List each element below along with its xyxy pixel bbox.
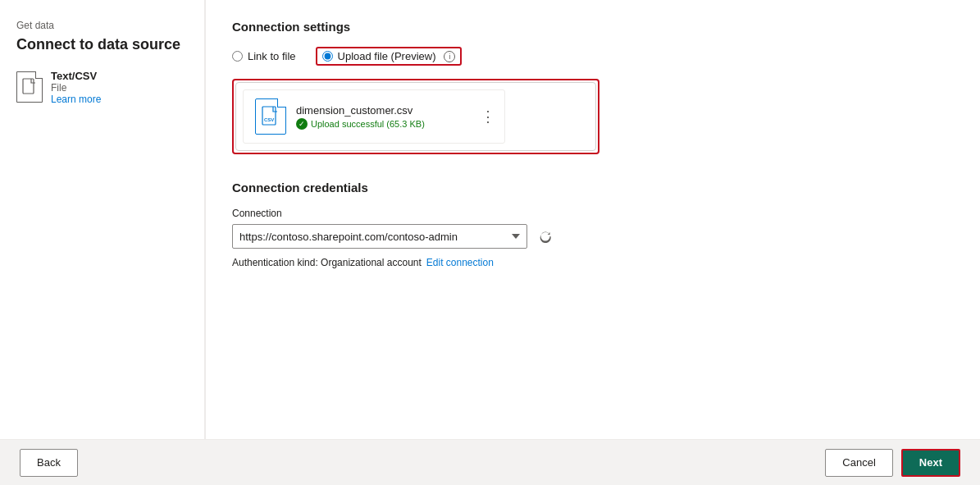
connection-field-label: Connection: [232, 208, 954, 219]
sidebar: Get data Connect to data source Text/CSV…: [0, 0, 205, 439]
back-button[interactable]: Back: [20, 449, 78, 477]
file-card: CSV dimension_customer.csv ✓ Upload succ…: [243, 89, 505, 144]
connection-dropdown[interactable]: https://contoso.sharepoint.com/contoso-a…: [232, 224, 527, 249]
page-title: Connect to data source: [16, 36, 188, 53]
link-to-file-option[interactable]: Link to file: [232, 50, 296, 62]
main-panel: Connection settings Link to file Upload …: [206, 0, 980, 439]
upload-file-radio[interactable]: [322, 51, 333, 62]
more-options-button[interactable]: ⋮: [481, 109, 496, 124]
file-card-container: CSV dimension_customer.csv ✓ Upload succ…: [232, 79, 599, 154]
learn-more-link[interactable]: Learn more: [51, 94, 101, 105]
breadcrumb: Get data: [16, 20, 188, 31]
source-name: Text/CSV: [51, 70, 101, 82]
link-to-file-radio[interactable]: [232, 51, 243, 62]
link-to-file-label: Link to file: [248, 50, 296, 62]
svg-rect-0: [23, 79, 34, 94]
svg-text:CSV: CSV: [264, 117, 274, 122]
csv-file-icon: [16, 71, 43, 103]
credentials-title: Connection credentials: [232, 181, 954, 194]
source-type: File: [51, 82, 101, 94]
success-check-icon: ✓: [296, 118, 308, 130]
file-name: dimension_customer.csv: [296, 104, 425, 117]
auth-kind-text: Authentication kind: Organizational acco…: [232, 257, 422, 268]
next-button[interactable]: Next: [901, 449, 960, 477]
connection-settings-title: Connection settings: [232, 20, 954, 34]
dropdown-row: https://contoso.sharepoint.com/contoso-a…: [232, 224, 954, 249]
csv-upload-icon: CSV: [255, 98, 286, 135]
upload-file-option[interactable]: Upload file (Preview) i: [316, 47, 463, 66]
info-icon[interactable]: i: [444, 51, 455, 62]
footer: Back Cancel Next: [0, 439, 980, 485]
upload-file-label: Upload file (Preview): [338, 50, 436, 62]
edit-connection-link[interactable]: Edit connection: [426, 257, 494, 268]
footer-right-actions: Cancel Next: [825, 449, 960, 477]
refresh-button[interactable]: [534, 225, 557, 248]
file-card-outer: CSV dimension_customer.csv ✓ Upload succ…: [235, 82, 596, 151]
cancel-button[interactable]: Cancel: [825, 449, 892, 477]
data-source-info: Text/CSV File Learn more: [16, 70, 188, 105]
source-details: Text/CSV File Learn more: [51, 70, 101, 105]
upload-status-row: ✓ Upload successful (65.3 KB): [296, 118, 425, 130]
connection-type-group: Link to file Upload file (Preview) i: [232, 47, 954, 66]
file-info: dimension_customer.csv ✓ Upload successf…: [296, 104, 425, 130]
upload-status-text: Upload successful (65.3 KB): [311, 119, 425, 129]
credentials-section: Connection credentials Connection https:…: [232, 181, 954, 268]
auth-row: Authentication kind: Organizational acco…: [232, 257, 954, 268]
